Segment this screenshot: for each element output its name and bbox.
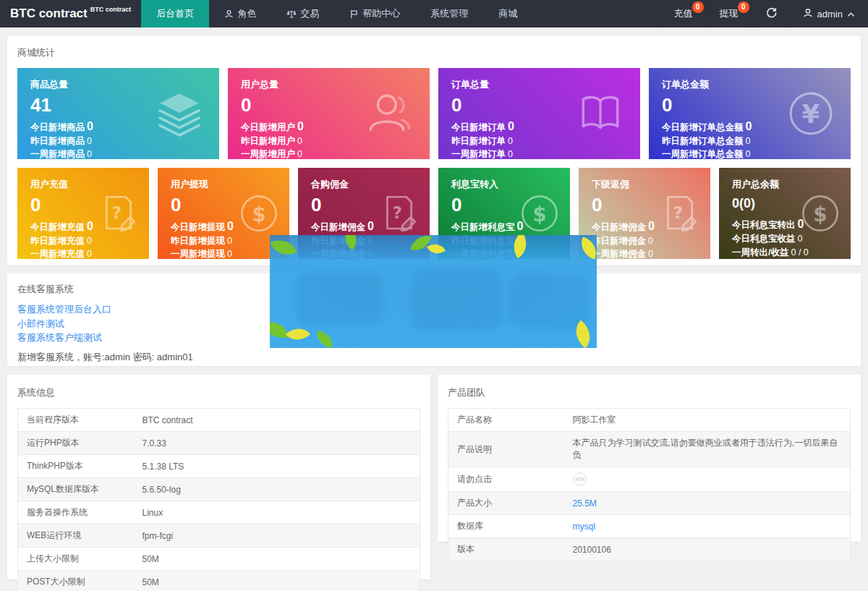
yen-circle-icon: ¥	[787, 90, 835, 137]
system-info-table: 当前程序版本BTC contract 运行PHP版本7.0.33 ThinkPH…	[17, 408, 420, 591]
caret-up-icon	[847, 9, 855, 20]
recharge-count-badge: 0	[692, 1, 704, 13]
withdraw-label: 提现	[720, 7, 739, 20]
stat-card-user-recharge: 用户充值 0 今日新增充值0 昨日新增充值0 一周新增充值0 ?	[17, 168, 149, 259]
table-row: 请勿点击404	[448, 467, 851, 492]
layers-icon	[156, 90, 203, 137]
table-row: 服务器操作系统Linux	[18, 501, 420, 524]
table-row: 当前程序版本BTC contract	[18, 409, 420, 432]
svg-text:¥: ¥	[802, 99, 820, 129]
watermark-blob	[295, 271, 383, 326]
product-size-link[interactable]: 25.5M	[573, 498, 597, 509]
user-icon	[803, 8, 813, 20]
svg-text:?: ?	[673, 203, 683, 222]
table-row: ThinkPHP版本5.1.38 LTS	[18, 455, 420, 478]
nav-item-roles[interactable]: 角色	[209, 0, 271, 27]
do-not-click-badge[interactable]: 404	[573, 472, 587, 486]
book-icon	[576, 90, 624, 137]
withdraw-button[interactable]: 提现 0	[706, 0, 752, 27]
table-row: 运行PHP版本7.0.33	[18, 432, 420, 455]
leaf-icon	[270, 235, 297, 260]
app-logo-subtext: BTC contract	[90, 6, 132, 13]
svg-text:$: $	[252, 203, 265, 226]
stat-card-order-amount-total: 订单总金额 0 今日新增订单总金额0 昨日新增订单总金额0 一周新增订单总金额0…	[649, 68, 851, 159]
card-title: 用户提现	[171, 178, 276, 191]
doc-question-icon: ?	[98, 193, 139, 234]
nav-item-dashboard[interactable]: 后台首页	[141, 0, 209, 27]
table-row: 版本20100106	[448, 538, 851, 561]
flag-icon	[349, 9, 359, 19]
nav-item-trade[interactable]: 交易	[271, 0, 334, 27]
card-title: 用户总余额	[732, 178, 838, 191]
svg-text:$: $	[813, 203, 827, 226]
system-info-panel: 系统信息 当前程序版本BTC contract 运行PHP版本7.0.33 Th…	[7, 375, 430, 579]
svg-text:?: ?	[393, 203, 402, 222]
app-logo-text: BTC contract	[10, 7, 88, 21]
table-row: MySQL数据库版本5.6.50-log	[18, 478, 420, 501]
nav-item-label: 商城	[498, 7, 517, 20]
leaf-icon	[270, 319, 289, 341]
card-title: 用户充值	[30, 178, 136, 191]
stat-card-orders-total: 订单总量 0 今日新增订单0 昨日新增订单0 一周新增订单0	[438, 68, 640, 159]
doc-question-icon: ?	[379, 193, 420, 234]
leaf-icon	[508, 235, 533, 258]
stat-card-referral-rebate: 下级返佣 0 今日新增佣金0 昨日新增佣金0 一周新增佣金0 ?	[579, 168, 710, 259]
database-link[interactable]: mysql	[573, 522, 595, 532]
card-title: 下级返佣	[592, 178, 697, 191]
watermark-blob	[412, 270, 501, 331]
card-title: 利息宝转入	[451, 178, 557, 191]
stats-cards-row-1: 商品总量 41 今日新增商品0 昨日新增商品0 一周新增商品0 用户总量 0 今…	[17, 68, 851, 159]
service-account-note: 新增客服系统，账号:admin 密码: admin01	[17, 351, 851, 364]
card-title: 合购佣金	[311, 178, 417, 191]
leaf-icon	[577, 237, 597, 259]
product-team-table: 产品名称阿影工作室 产品说明本产品只为学习测试交流,请勿要做商业或者用于违法行为…	[448, 408, 851, 561]
navbar-right: 充值 0 提现 0 admin	[660, 0, 868, 27]
username: admin	[817, 9, 843, 20]
nav-item-label: 角色	[237, 7, 256, 20]
refresh-button[interactable]	[752, 0, 791, 27]
scales-icon	[286, 9, 297, 19]
user-menu[interactable]: admin	[791, 0, 868, 27]
nav-item-mall[interactable]: 商城	[483, 0, 532, 27]
panel-title: 系统信息	[17, 386, 420, 399]
stat-card-products-total: 商品总量 41 今日新增商品0 昨日新增商品0 一周新增商品0	[17, 68, 219, 159]
table-row: 产品名称阿影工作室	[448, 409, 851, 432]
person-icon	[224, 9, 234, 19]
stat-card-user-total-balance: 用户总余额 0(0) 今日利息宝转出0 今日利息宝收益0 一周转出/收益0 / …	[719, 168, 851, 259]
doc-question-icon: ?	[660, 193, 700, 234]
stat-card-users-total: 用户总量 0 今日新增用户0 昨日新增用户0 一周新增用户0	[228, 68, 430, 159]
nav-item-system-admin[interactable]: 系统管理	[415, 0, 483, 27]
mall-stats-panel: 商城统计 商品总量 41 今日新增商品0 昨日新增商品0 一周新增商品0 用户总…	[7, 36, 861, 265]
main-menu: 后台首页 角色 交易 帮助中心 系统管理 商城	[141, 0, 532, 27]
leaf-icon	[427, 239, 446, 258]
product-team-panel: 产品团队 产品名称阿影工作室 产品说明本产品只为学习测试交流,请勿要做商业或者用…	[438, 375, 861, 542]
nav-item-label: 帮助中心	[362, 7, 400, 20]
nav-item-help-center[interactable]: 帮助中心	[334, 0, 415, 27]
leaf-icon	[339, 235, 363, 250]
nav-item-label: 交易	[300, 7, 319, 20]
table-row: 数据库mysql	[448, 515, 851, 538]
panel-title: 产品团队	[448, 386, 851, 399]
withdraw-count-badge: 0	[738, 1, 749, 13]
table-row: 产品说明本产品只为学习测试交流,请勿要做商业或者用于违法行为,一切后果自负	[448, 432, 851, 467]
table-row: POST大小限制50M	[18, 571, 420, 591]
navbar: BTC contract BTC contract 后台首页 角色 交易 帮助中…	[0, 0, 868, 27]
svg-text:$: $	[532, 203, 546, 226]
panel-title: 商城统计	[17, 46, 851, 59]
app-logo[interactable]: BTC contract BTC contract	[0, 0, 141, 27]
refresh-icon	[765, 7, 778, 22]
table-row: WEB运行环境fpm-fcgi	[18, 524, 420, 548]
recharge-button[interactable]: 充值 0	[660, 0, 706, 27]
dollar-circle-icon: $	[519, 193, 560, 234]
dollar-circle-icon: $	[239, 193, 279, 234]
recharge-label: 充值	[674, 7, 693, 20]
promo-overlay-image	[270, 235, 597, 348]
table-row: 产品大小25.5M	[448, 492, 851, 515]
nav-item-label: 系统管理	[430, 7, 468, 20]
leaf-icon	[315, 331, 334, 348]
nav-item-label: 后台首页	[156, 7, 194, 20]
svg-text:?: ?	[112, 203, 122, 222]
table-row: 上传大小限制50M	[18, 548, 420, 571]
dollar-circle-icon: $	[800, 193, 841, 234]
person-icon	[366, 90, 414, 137]
